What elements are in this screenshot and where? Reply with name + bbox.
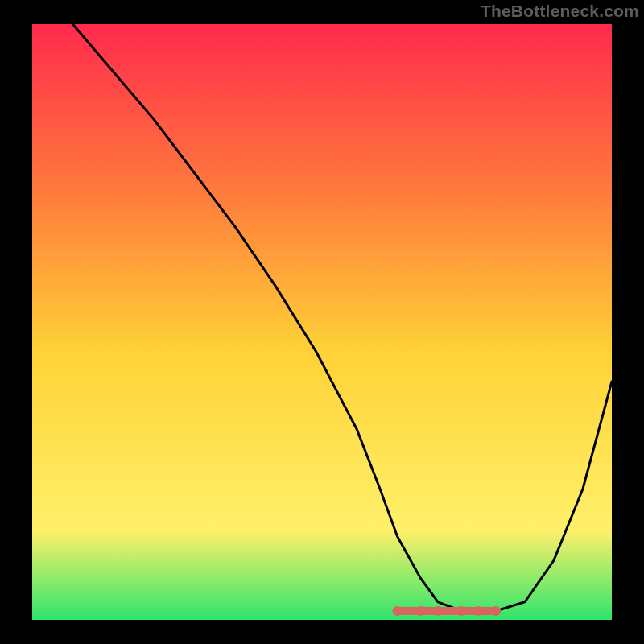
flat-marker-group xyxy=(393,606,501,616)
chart-frame: TheBottleneck.com xyxy=(0,0,644,644)
credit-label: TheBottleneck.com xyxy=(481,2,639,21)
chart-svg xyxy=(32,24,612,620)
flat-marker-dot xyxy=(456,606,466,616)
flat-marker-dot xyxy=(415,606,425,616)
chart-plot-area xyxy=(32,24,612,620)
gradient-backdrop xyxy=(32,24,612,620)
flat-marker-dot xyxy=(433,606,443,616)
flat-marker-dot xyxy=(473,606,483,616)
flat-marker-bar xyxy=(393,607,501,615)
flat-marker-dot xyxy=(491,606,501,616)
flat-marker-dot xyxy=(393,606,402,616)
